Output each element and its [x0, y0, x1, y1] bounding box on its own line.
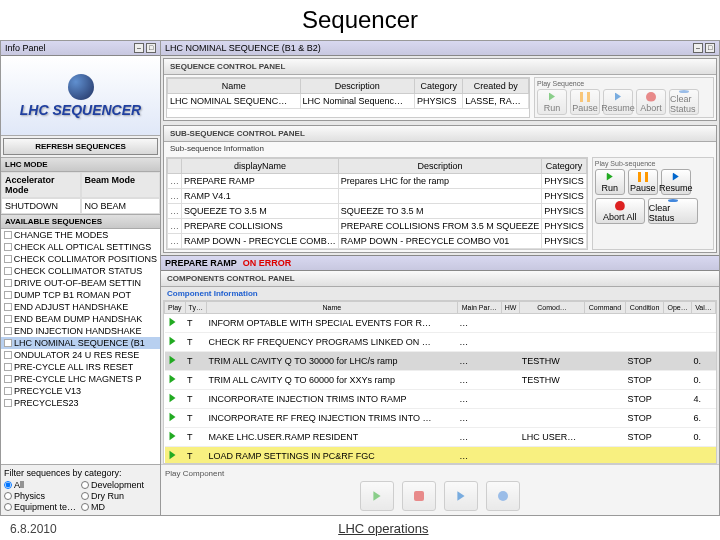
table-row[interactable]: …RAMP DOWN - PRECYCLE COMB…RAMP DOWN - P… — [168, 234, 587, 249]
list-item[interactable]: DRIVE OUT-OF-BEAM SETTIN — [1, 277, 160, 289]
avail-seq-header: AVAILABLE SEQUENCES — [1, 214, 160, 229]
subsequence-control-panel: SUB-SEQUENCE CONTROL PANEL Sub-sequence … — [163, 125, 717, 253]
filter-option[interactable]: MD — [81, 502, 157, 512]
filter-header: Filter sequences by category: — [4, 468, 157, 478]
list-item[interactable]: CHECK COLLIMATOR STATUS — [1, 265, 160, 277]
seq-item-label: CHECK COLLIMATOR POSITIONS — [14, 254, 157, 264]
filter-radio[interactable] — [81, 492, 89, 500]
filter-radio[interactable] — [81, 481, 89, 489]
component-table[interactable]: PlayTy…NameMain Par…HWComod…CommandCondi… — [163, 300, 717, 464]
sequence-list[interactable]: CHANGE THE MODESCHECK ALL OPTICAL SETTIN… — [1, 229, 160, 464]
table-row[interactable]: TLOAD RAMP SETTINGS IN PC&RF FGC… — [165, 447, 716, 465]
mode-col-beam: Beam Mode — [81, 172, 161, 198]
seq-item-label: END ADJUST HANDSHAKE — [14, 302, 128, 312]
list-item[interactable]: LHC NOMINAL SEQUENCE (B1 — [1, 337, 160, 349]
table-row[interactable]: TMAKE LHC.USER.RAMP RESIDENT…LHC USER…ST… — [165, 428, 716, 447]
pause-button[interactable]: Pause — [570, 89, 600, 115]
clear-icon — [668, 199, 678, 202]
filter-option[interactable]: Development — [81, 480, 157, 490]
seq-item-label: PRE-CYCLE ALL IRS RESET — [14, 362, 133, 372]
play-icon[interactable] — [167, 449, 179, 461]
seq-desc: LHC Nominal Sequenc… — [300, 94, 414, 109]
resume-icon — [671, 172, 681, 182]
run-button[interactable]: Run — [595, 169, 625, 195]
list-item[interactable]: PRE-CYCLE LHC MAGNETS P — [1, 373, 160, 385]
clear-status-button[interactable]: Clear Status — [669, 89, 699, 115]
list-item[interactable]: ONDULATOR 24 U RES RESE — [1, 349, 160, 361]
maximize-icon[interactable]: □ — [705, 43, 715, 53]
list-item[interactable]: CHECK COLLIMATOR POSITIONS — [1, 253, 160, 265]
pause-button[interactable]: Pause — [628, 169, 658, 195]
resume-button[interactable]: Resume — [661, 169, 691, 195]
play-comp-clear-button[interactable] — [486, 481, 520, 511]
list-item[interactable]: PRECYCLE V13 — [1, 385, 160, 397]
comp-ctrl-header: COMPONENTS CONTROL PANEL — [161, 271, 719, 287]
info-panel-bar: Info Panel – □ — [1, 41, 160, 56]
filter-radio[interactable] — [4, 481, 12, 489]
maximize-icon[interactable]: □ — [146, 43, 156, 53]
list-item[interactable]: END INJECTION HANDSHAKE — [1, 325, 160, 337]
list-item[interactable]: END ADJUST HANDSHAKE — [1, 301, 160, 313]
list-item[interactable]: END BEAM DUMP HANDSHAK — [1, 313, 160, 325]
table-row[interactable]: …PREPARE RAMPPrepares LHC for the rampPH… — [168, 174, 587, 189]
play-icon[interactable] — [167, 392, 179, 404]
play-icon[interactable] — [167, 316, 179, 328]
list-item[interactable]: DUMP TCP B1 ROMAN POT — [1, 289, 160, 301]
play-sequence-box: Play Sequence RunPauseResumeAbortClear S… — [534, 77, 714, 118]
run-button[interactable]: Run — [537, 89, 567, 115]
table-row[interactable]: TINFORM OPTABLE WITH SPECIAL EVENTS FOR … — [165, 314, 716, 333]
play-icon[interactable] — [167, 430, 179, 442]
play-comp-skip-button[interactable] — [444, 481, 478, 511]
table-row[interactable]: TINCORPORATE INJECTION TRIMS INTO RAMP…S… — [165, 390, 716, 409]
table-row[interactable]: …PREPARE COLLISIONSPREPARE COLLISIONS FR… — [168, 219, 587, 234]
play-icon[interactable] — [167, 354, 179, 366]
abort-button[interactable]: Abort — [636, 89, 666, 115]
list-item[interactable]: CHANGE THE MODES — [1, 229, 160, 241]
prepare-ramp-bar: PREPARE RAMP ON ERROR — [161, 255, 719, 271]
table-row[interactable]: …RAMP V4.1PHYSICS — [168, 189, 587, 204]
list-item[interactable]: PRECYCLES23 — [1, 397, 160, 409]
table-header: Comod… — [520, 302, 585, 314]
sequence-window-title: LHC NOMINAL SEQUENCE (B1 & B2) — [165, 43, 321, 53]
filter-option[interactable]: Physics — [4, 491, 80, 501]
play-icon[interactable] — [167, 335, 179, 347]
filter-option[interactable]: Equipment te… — [4, 502, 80, 512]
filter-option[interactable]: All — [4, 480, 80, 490]
filter-option[interactable]: Dry Run — [81, 491, 157, 501]
table-row[interactable]: …SQUEEZE TO 3.5 MSQUEEZE TO 3.5 MPHYSICS — [168, 204, 587, 219]
play-comp-stop-button[interactable] — [402, 481, 436, 511]
info-panel-title: Info Panel — [5, 43, 46, 53]
mode-col-accel: Accelerator Mode — [1, 172, 81, 198]
mode-val-accel: SHUTDOWN — [1, 198, 81, 214]
play-icon[interactable] — [167, 411, 179, 423]
col-by: Created by — [463, 79, 529, 94]
list-item[interactable]: PRE-CYCLE ALL IRS RESET — [1, 361, 160, 373]
seq-item-label: END BEAM DUMP HANDSHAK — [14, 314, 142, 324]
minimize-icon[interactable]: – — [693, 43, 703, 53]
clear-status-button[interactable]: Clear Status — [648, 198, 698, 224]
table-header: Description — [338, 159, 541, 174]
refresh-sequences-button[interactable]: REFRESH SEQUENCES — [3, 138, 158, 155]
resume-button[interactable]: Resume — [603, 89, 633, 115]
abort-all-button[interactable]: Abort All — [595, 198, 645, 224]
table-row[interactable]: TCHECK RF FREQUENCY PROGRAMS LINKED ON …… — [165, 333, 716, 352]
play-comp-run-button[interactable] — [360, 481, 394, 511]
table-row[interactable]: TTRIM ALL CAVITY Q TO 30000 for LHC/s ra… — [165, 352, 716, 371]
filter-label: All — [14, 480, 24, 490]
table-row[interactable]: TINCORPORATE RF FREQ INJECTION TRIMS INT… — [165, 409, 716, 428]
play-icon[interactable] — [167, 373, 179, 385]
filter-label: Dry Run — [91, 491, 124, 501]
table-row[interactable]: TTRIM ALL CAVITY Q TO 60000 for XXYs ram… — [165, 371, 716, 390]
list-item[interactable]: CHECK ALL OPTICAL SETTINGS — [1, 241, 160, 253]
filter-radio[interactable] — [4, 503, 12, 511]
abort-icon — [615, 201, 625, 211]
resume-icon — [613, 92, 623, 102]
file-icon — [4, 267, 12, 275]
play-component-box: Play Component — [161, 464, 719, 515]
filter-radio[interactable] — [81, 503, 89, 511]
file-icon — [4, 327, 12, 335]
right-panel: LHC NOMINAL SEQUENCE (B1 & B2) – □ SEQUE… — [161, 41, 719, 515]
filter-radio[interactable] — [4, 492, 12, 500]
minimize-icon[interactable]: – — [134, 43, 144, 53]
sub-sequence-table[interactable]: displayNameDescriptionCategory…PREPARE R… — [166, 157, 588, 250]
